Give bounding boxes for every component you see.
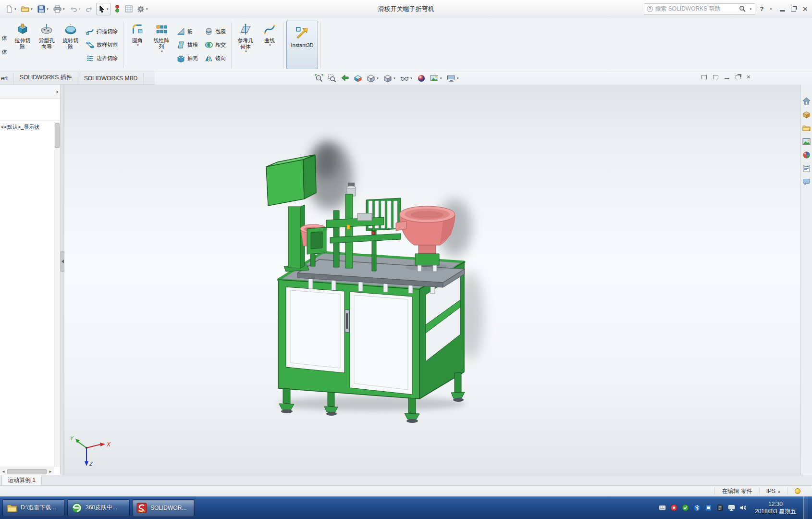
search-dropdown-caret[interactable]: ▼: [750, 8, 752, 11]
security-red-icon[interactable]: [670, 504, 677, 511]
hide-show-items-button[interactable]: ▼: [399, 73, 414, 84]
shell-button[interactable]: 抽壳: [175, 53, 200, 64]
taskbar-button-360[interactable]: 360皮肤中...: [67, 499, 130, 517]
reference-geometry-dropdown-caret[interactable]: ▼: [245, 50, 247, 53]
dropdown-caret[interactable]: ▼: [146, 8, 148, 11]
coordinate-triad[interactable]: X Y Z: [70, 436, 111, 467]
file-explorer-icon[interactable]: [802, 124, 811, 132]
volume-icon[interactable]: [739, 504, 747, 511]
apply-scene-caret[interactable]: ▼: [440, 77, 443, 80]
help-search-input[interactable]: ? 搜索 SOLIDWORKS 帮助 ▼: [644, 3, 755, 15]
help-button[interactable]: ?: [759, 5, 765, 12]
edit-appearance-button[interactable]: [416, 73, 427, 84]
home-icon[interactable]: [802, 97, 811, 105]
draft-button[interactable]: 拔模: [175, 39, 200, 51]
section-view-button[interactable]: [352, 73, 364, 84]
panel-vertical-scroll-thumb[interactable]: [55, 123, 60, 148]
restore-button[interactable]: [791, 7, 796, 12]
linear-pattern-dropdown-caret[interactable]: ▼: [160, 50, 163, 53]
panel-expand-arrow[interactable]: ›: [56, 88, 58, 95]
taskbar-clock[interactable]: 12:30 2018\8\3 星期五: [755, 501, 796, 515]
view-orientation-button[interactable]: ▼: [365, 73, 381, 84]
new-document-button[interactable]: ▼: [4, 3, 18, 15]
view-palette-icon[interactable]: [802, 137, 811, 146]
tab-solidworks-addins[interactable]: SOLIDWORKS 插件: [14, 72, 78, 84]
rebuild-button[interactable]: [112, 3, 122, 15]
taskbar-button-solidworks[interactable]: 2016 SOLIDWOR...: [132, 499, 195, 517]
panel-vertical-scrollbar[interactable]: [54, 122, 60, 467]
doc-minimize-icon[interactable]: [725, 78, 729, 79]
options-table-button[interactable]: [123, 3, 134, 15]
search-icon[interactable]: [739, 5, 746, 12]
panel-horizontal-scrollbar[interactable]: ◄ ►: [0, 468, 54, 475]
tab-solidworks-mbd[interactable]: SOLIDWORKS MBD: [78, 73, 144, 84]
forum-icon[interactable]: [802, 178, 811, 186]
open-button[interactable]: ▼: [20, 3, 35, 15]
revolved-cut-button[interactable]: 旋转切 除: [59, 20, 83, 70]
minimize-button[interactable]: [780, 10, 785, 12]
hole-wizard-button[interactable]: 异型孔 向导: [35, 20, 59, 70]
input-method-icon[interactable]: [659, 504, 666, 511]
dropdown-caret[interactable]: ▼: [106, 8, 109, 11]
apply-scene-button[interactable]: ▼: [429, 73, 444, 84]
design-library-icon[interactable]: [802, 111, 811, 119]
intersect-button[interactable]: 相交: [203, 39, 228, 51]
taskbar-button-thunder[interactable]: D:\迅雷下载...: [2, 499, 65, 517]
extruded-cut-button[interactable]: 拉伸切 除: [11, 20, 35, 70]
graphics-viewport[interactable]: X Y Z: [64, 85, 800, 475]
select-tool-button[interactable]: ▼: [96, 3, 111, 15]
settings-button[interactable]: ▼: [135, 3, 150, 15]
dropdown-caret[interactable]: ▼: [62, 8, 65, 11]
lofted-cut-button[interactable]: 放样切割: [84, 39, 120, 51]
panel-collapse-handle[interactable]: [61, 251, 64, 272]
redo-button[interactable]: [84, 3, 95, 15]
panel-splitter[interactable]: [61, 85, 64, 475]
zoom-to-area-button[interactable]: [326, 73, 338, 84]
view-settings-button[interactable]: ▼: [445, 73, 461, 84]
panel-horizontal-scroll-thumb[interactable]: [7, 469, 47, 474]
fillet-dropdown-caret[interactable]: ▼: [136, 44, 139, 47]
linear-pattern-button[interactable]: 线性阵 列 ▼: [149, 20, 173, 70]
doc-restore-icon[interactable]: [736, 75, 740, 79]
swept-cut-button[interactable]: 扫描切除: [84, 26, 120, 37]
tab-dimxpert-partial[interactable]: ert: [0, 73, 14, 84]
wrap-button[interactable]: 包覆: [203, 26, 228, 37]
curves-button[interactable]: 曲线 ▼: [258, 20, 282, 70]
messenger-icon[interactable]: [705, 504, 712, 511]
scroll-right-arrow[interactable]: ►: [47, 470, 54, 474]
appearances-scenes-icon[interactable]: [802, 151, 811, 159]
view-orientation-caret[interactable]: ▼: [376, 77, 379, 80]
help-dropdown-caret[interactable]: ▼: [769, 8, 772, 11]
dropdown-caret[interactable]: ▼: [14, 8, 17, 11]
show-desktop-button[interactable]: [803, 496, 808, 519]
previous-view-button[interactable]: [339, 73, 351, 84]
hide-show-items-caret[interactable]: ▼: [410, 77, 413, 80]
instant3d-button[interactable]: Instant3D: [286, 21, 318, 69]
curves-dropdown-caret[interactable]: ▼: [269, 44, 271, 47]
doc-window-icon-2[interactable]: [713, 75, 718, 79]
status-tip[interactable]: [787, 487, 807, 495]
display-style-caret[interactable]: ▼: [393, 77, 396, 80]
bluetooth-icon[interactable]: [693, 504, 701, 511]
doc-window-icon-1[interactable]: [701, 75, 707, 79]
scroll-left-arrow[interactable]: ◄: [0, 470, 7, 474]
unit-system-selector[interactable]: IPS▲: [759, 487, 787, 495]
reference-geometry-button[interactable]: 参考几 何体 ▼: [234, 20, 258, 70]
dropdown-caret[interactable]: ▼: [78, 8, 81, 11]
rib-button[interactable]: 筋: [175, 26, 200, 37]
display-style-button[interactable]: ▼: [382, 73, 397, 84]
zoom-to-fit-button[interactable]: [313, 73, 325, 84]
fillet-button[interactable]: 圆角 ▼: [125, 20, 149, 70]
view-settings-caret[interactable]: ▼: [456, 77, 459, 80]
dropdown-caret[interactable]: ▼: [46, 8, 49, 11]
doc-close-icon[interactable]: ×: [747, 74, 750, 80]
mirror-button[interactable]: 镜向: [203, 53, 228, 64]
dropdown-caret[interactable]: ▼: [30, 8, 33, 11]
print-button[interactable]: ▼: [52, 3, 67, 15]
boundary-cut-button[interactable]: 边界切除: [84, 53, 120, 64]
save-button[interactable]: ▼: [36, 3, 50, 15]
close-button[interactable]: ✕: [802, 5, 808, 12]
display-icon[interactable]: [728, 504, 735, 511]
custom-properties-icon[interactable]: [802, 164, 811, 173]
clipboard-icon[interactable]: [716, 504, 724, 511]
